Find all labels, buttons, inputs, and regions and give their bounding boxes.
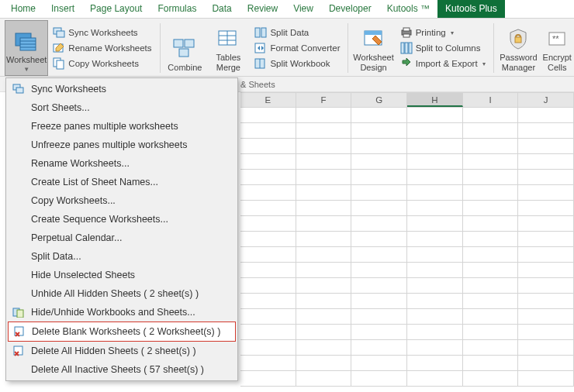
svg-rect-10 [174, 40, 183, 47]
svg-rect-26 [403, 34, 410, 37]
col-E[interactable]: E [240, 93, 296, 107]
worksheet-dropdown-button[interactable]: Worksheet ▼ [5, 20, 48, 76]
svg-rect-36 [17, 310, 23, 318]
delete-sheet-icon [12, 325, 27, 338]
menu-create-sequence[interactable]: Create Sequence Worksheets... [6, 210, 237, 229]
design-icon [361, 26, 386, 51]
import-export-button[interactable]: Import & Export ▾ [399, 57, 487, 70]
split-workbook-button[interactable]: Split Workbook [253, 57, 341, 70]
split-data-button[interactable]: Split Data [253, 26, 341, 40]
tab-home[interactable]: Home [3, 0, 43, 18]
books-icon [11, 306, 26, 318]
rename-worksheets-button[interactable]: Rename Worksheets [51, 41, 153, 55]
svg-rect-11 [185, 40, 194, 47]
printer-icon [400, 26, 413, 39]
split-data-icon [254, 26, 267, 39]
svg-rect-6 [57, 31, 64, 37]
ribbon-tabs: Home Insert Page Layout Formulas Data Re… [0, 0, 574, 19]
col-G[interactable]: G [351, 93, 407, 107]
chevron-down-icon: ▾ [482, 60, 486, 67]
tables-merge-icon [216, 26, 240, 51]
svg-rect-38 [14, 346, 22, 355]
encrypt-icon: ** [545, 26, 569, 51]
tab-page-layout[interactable]: Page Layout [82, 0, 150, 18]
tab-developer[interactable]: Developer [321, 0, 379, 18]
menu-perpetual-calendar[interactable]: Perpetual Calendar... [6, 229, 237, 247]
col-I[interactable]: I [463, 93, 519, 107]
column-headers: E F G H I J [240, 92, 574, 108]
svg-rect-25 [403, 28, 410, 31]
svg-rect-30 [515, 37, 521, 43]
caret-down-icon: ▼ [23, 66, 29, 73]
menu-sort-sheets[interactable]: Sort Sheets... [6, 98, 237, 117]
combine-icon [172, 36, 197, 61]
menu-hide-unselected[interactable]: Hide Unselected Sheets [6, 266, 237, 284]
svg-rect-37 [15, 327, 23, 335]
tables-merge-label: Tables Merge [216, 53, 240, 73]
encrypt-cells-button[interactable]: ** Encrypt Cells [540, 20, 574, 76]
tab-kutools[interactable]: Kutools ™ [379, 0, 437, 18]
lock-icon [506, 26, 531, 51]
combine-label: Combine [168, 63, 202, 73]
encrypt-label: Encrypt Cells [543, 53, 572, 73]
menu-copy-worksheets[interactable]: Copy Worksheets... [6, 191, 237, 210]
menu-freeze-panes[interactable]: Freeze panes multiple worksheets [6, 117, 237, 136]
copy-worksheets-button[interactable]: Copy Worksheets [51, 57, 153, 70]
worksheet-design-button[interactable]: Worksheet Design [351, 20, 395, 76]
delete-sheet-icon [11, 345, 26, 357]
ribbon: Worksheet ▼ Sync Worksheets Rename Works… [0, 19, 574, 77]
password-label: Password Manager [500, 53, 537, 73]
menu-split-data[interactable]: Split Data... [6, 247, 237, 266]
split-columns-icon [400, 42, 413, 54]
design-label: Worksheet Design [353, 53, 393, 73]
split-to-columns-button[interactable]: Split to Columns [399, 41, 487, 55]
svg-text:**: ** [552, 34, 559, 43]
sync-icon [53, 26, 65, 39]
menu-hide-unhide-workbooks[interactable]: Hide/Unhide Workbooks and Sheets... [6, 303, 237, 322]
svg-rect-9 [57, 60, 64, 69]
svg-rect-23 [365, 31, 382, 35]
menu-unfreeze-panes[interactable]: Unfreeze panes multiple worksheets [6, 136, 237, 154]
copy-icon [53, 57, 65, 70]
menu-sync-worksheets[interactable]: Sync Worksheets [6, 80, 237, 98]
worksheet-icon [14, 29, 39, 53]
col-H[interactable]: H [407, 93, 463, 107]
chevron-down-icon: ▾ [451, 29, 454, 36]
tab-view[interactable]: View [285, 0, 321, 18]
split-workbook-icon [254, 57, 267, 70]
worksheet-label: Worksheet [6, 55, 47, 65]
menu-unhide-all[interactable]: Unhide All Hidden Sheets ( 2 sheet(s) ) [6, 284, 237, 303]
format-converter-button[interactable]: Format Converter [253, 41, 341, 55]
menu-delete-hidden-sheets[interactable]: Delete All Hidden Sheets ( 2 sheet(s) ) [6, 342, 237, 360]
svg-rect-34 [16, 88, 23, 93]
tables-merge-button[interactable]: Tables Merge [206, 20, 250, 76]
import-export-icon [400, 57, 413, 70]
svg-rect-12 [179, 49, 188, 57]
password-manager-button[interactable]: Password Manager [496, 20, 540, 76]
printing-button[interactable]: Printing ▾ [399, 26, 487, 40]
sync-icon [11, 83, 26, 95]
menu-rename-worksheets[interactable]: Rename Worksheets... [6, 154, 237, 173]
tab-formulas[interactable]: Formulas [150, 0, 204, 18]
menu-delete-blank-worksheets[interactable]: Delete Blank Worksheets ( 2 Worksheet(s)… [8, 322, 236, 342]
col-F[interactable]: F [296, 93, 352, 107]
tab-kutools-plus[interactable]: Kutools Plus [437, 0, 505, 18]
svg-rect-27 [401, 43, 404, 53]
tab-data[interactable]: Data [204, 0, 239, 18]
rename-icon [53, 42, 65, 54]
sync-worksheets-button[interactable]: Sync Worksheets [51, 26, 153, 40]
tab-insert[interactable]: Insert [43, 0, 82, 18]
menu-delete-inactive-sheets[interactable]: Delete All Inactive Sheets ( 57 sheet(s)… [6, 360, 237, 379]
menu-create-list[interactable]: Create List of Sheet Names... [6, 173, 237, 191]
svg-rect-29 [409, 43, 412, 53]
worksheet-dropdown-menu: Sync Worksheets Sort Sheets... Freeze pa… [5, 77, 238, 381]
worksheet-grid[interactable]: // rows generated below after data loads [240, 108, 574, 392]
svg-rect-18 [261, 28, 266, 37]
svg-rect-28 [405, 43, 408, 53]
svg-rect-17 [255, 28, 260, 37]
col-J[interactable]: J [518, 93, 574, 107]
tab-review[interactable]: Review [240, 0, 285, 18]
combine-button[interactable]: Combine [163, 20, 206, 76]
format-converter-icon [254, 42, 267, 54]
